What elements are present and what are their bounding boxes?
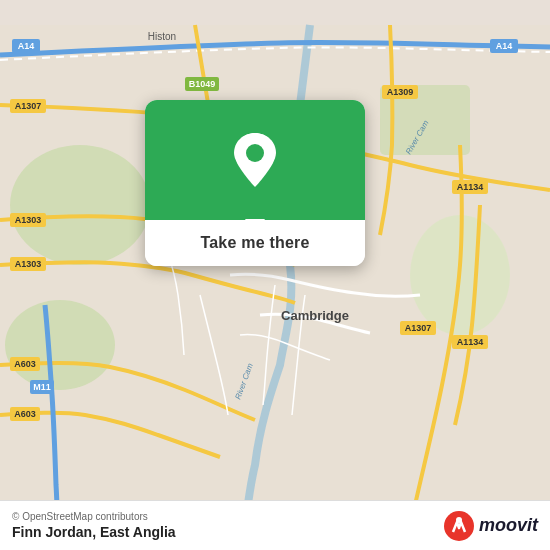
svg-text:A603: A603: [14, 359, 36, 369]
location-label: Finn Jordan, East Anglia: [12, 524, 176, 540]
popup-card: Take me there: [145, 100, 365, 266]
moovit-icon: [443, 510, 475, 542]
location-name: Finn Jordan: [12, 524, 92, 540]
popup-pointer: [245, 219, 265, 234]
svg-text:A14: A14: [496, 41, 513, 51]
map-svg: A14 A14 B1049 A1307 A1307 A1303 A1303 A1…: [0, 0, 550, 550]
svg-text:B1049: B1049: [189, 79, 216, 89]
svg-text:A603: A603: [14, 409, 36, 419]
popup-green-area: [145, 100, 365, 220]
svg-text:Histon: Histon: [148, 31, 176, 42]
svg-point-36: [246, 144, 264, 162]
moovit-label: moovit: [479, 515, 538, 536]
svg-point-2: [5, 300, 115, 390]
svg-text:A1307: A1307: [405, 323, 432, 333]
map-attribution: © OpenStreetMap contributors: [12, 511, 176, 522]
region-name: East Anglia: [100, 524, 176, 540]
map-container: A14 A14 B1049 A1307 A1307 A1303 A1303 A1…: [0, 0, 550, 550]
moovit-logo: moovit: [443, 510, 538, 542]
svg-point-38: [456, 517, 462, 523]
svg-text:A1309: A1309: [387, 87, 414, 97]
bottom-bar: © OpenStreetMap contributors Finn Jordan…: [0, 500, 550, 550]
svg-text:A1303: A1303: [15, 259, 42, 269]
svg-text:A1303: A1303: [15, 215, 42, 225]
svg-text:A1134: A1134: [457, 337, 484, 347]
svg-text:Cambridge: Cambridge: [281, 308, 349, 323]
location-pin-icon: [233, 133, 277, 187]
bottom-left-info: © OpenStreetMap contributors Finn Jordan…: [12, 511, 176, 540]
svg-text:A14: A14: [18, 41, 35, 51]
svg-text:A1134: A1134: [457, 182, 484, 192]
svg-text:M11: M11: [33, 382, 51, 392]
svg-point-1: [10, 145, 150, 265]
svg-text:A1307: A1307: [15, 101, 42, 111]
